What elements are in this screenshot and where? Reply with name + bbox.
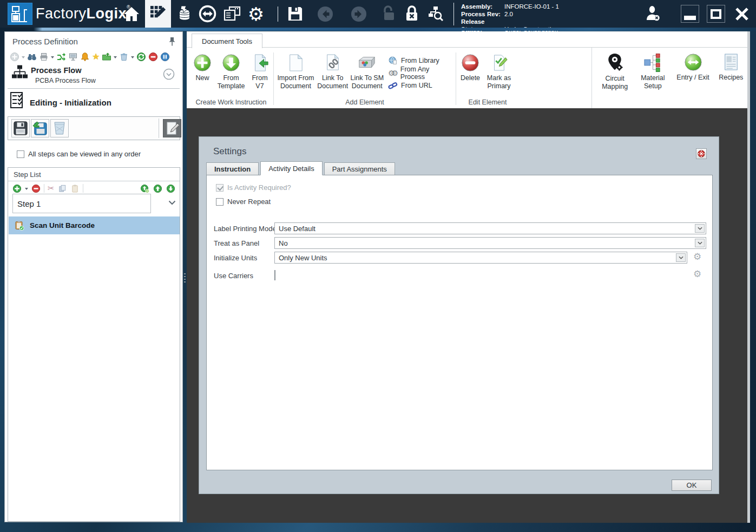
logout-user-button[interactable] xyxy=(642,0,665,28)
minimize-button[interactable] xyxy=(681,5,699,23)
presentation-button[interactable] xyxy=(68,52,78,62)
unlock-button[interactable] xyxy=(378,0,400,28)
remove-circle-icon xyxy=(31,184,41,193)
link-to-document-button[interactable]: Link To Document xyxy=(316,52,350,90)
never-repeat-checkbox[interactable] xyxy=(216,198,223,206)
add-step-caret[interactable] xyxy=(25,188,28,192)
move-down-button[interactable] xyxy=(166,184,175,193)
label-printing-mode-combo[interactable]: Use Default xyxy=(274,222,706,234)
documents-button[interactable] xyxy=(221,0,244,28)
step-selector-chevron[interactable] xyxy=(168,200,176,205)
combo-chevron-icon[interactable] xyxy=(695,224,705,233)
recipes-button[interactable]: Recipes xyxy=(717,52,745,108)
suspend-button[interactable] xyxy=(160,52,170,62)
treat-as-panel-combo[interactable]: No xyxy=(274,237,706,249)
production-button[interactable] xyxy=(173,0,196,28)
print-dropdown-caret[interactable] xyxy=(51,56,54,60)
ribbon-right-panel: Circuit Mapping Material Setup Entry / E… xyxy=(591,48,747,108)
entry-exit-button[interactable]: Entry / Exit xyxy=(675,52,712,108)
dialog-close-button[interactable] xyxy=(696,148,707,159)
import-from-document-button[interactable]: Import From Document xyxy=(275,52,316,90)
initialize-units-gear-button[interactable]: ⚙ xyxy=(693,252,701,261)
export-button[interactable] xyxy=(102,52,111,62)
divider xyxy=(8,181,180,181)
mark-as-primary-button[interactable]: Mark as Primary xyxy=(483,52,515,90)
use-carriers-gear-button[interactable]: ⚙ xyxy=(693,270,701,279)
combo-chevron-icon[interactable] xyxy=(676,253,686,262)
export-dropdown-caret[interactable] xyxy=(114,56,117,60)
refresh-button[interactable] xyxy=(136,52,146,62)
edit-document-button[interactable] xyxy=(163,119,181,137)
material-setup-button[interactable]: Material Setup xyxy=(636,52,669,108)
right-edge-strip xyxy=(747,31,750,523)
add-step-button[interactable] xyxy=(12,184,22,193)
tab-part-assignments[interactable]: Part Assignments xyxy=(324,162,395,175)
remove-step-button[interactable] xyxy=(31,184,41,193)
paste-button[interactable] xyxy=(70,184,80,193)
lock-button[interactable] xyxy=(400,0,423,28)
transfer-button[interactable] xyxy=(196,0,219,28)
documents-icon xyxy=(223,5,241,23)
dialog-title: Settings xyxy=(213,146,246,157)
process-definition-button[interactable] xyxy=(145,0,171,28)
settings-button[interactable]: ⚙ xyxy=(245,0,267,28)
add-button[interactable] xyxy=(10,52,19,62)
delete-element-button[interactable]: Delete xyxy=(458,52,483,82)
tab-instruction[interactable]: Instruction xyxy=(206,162,259,175)
back-button[interactable] xyxy=(314,0,337,28)
any-order-checkbox[interactable] xyxy=(17,150,24,158)
from-url-button[interactable]: From URL xyxy=(388,81,452,90)
print-button[interactable] xyxy=(39,52,49,62)
save-step-button[interactable] xyxy=(11,119,30,137)
add-dropdown-caret[interactable] xyxy=(22,56,25,60)
circuit-mapping-button[interactable]: Circuit Mapping xyxy=(599,52,631,108)
panel-splitter[interactable] xyxy=(183,31,187,522)
sync-button[interactable] xyxy=(56,52,66,62)
forward-button[interactable] xyxy=(347,0,370,28)
group-edit-element: Delete Mark as Primary Edit Element xyxy=(458,50,517,107)
close-button[interactable] xyxy=(732,5,752,23)
highlight-star-icon[interactable]: ★ xyxy=(92,52,100,61)
step-list-title: Step List xyxy=(14,170,41,179)
copy-icon xyxy=(58,184,67,193)
discard-button[interactable] xyxy=(50,119,69,137)
remove-button[interactable] xyxy=(148,52,158,62)
cut-icon[interactable]: ✂ xyxy=(48,185,55,193)
ok-button[interactable]: OK xyxy=(672,480,712,491)
from-library-button[interactable]: From Library xyxy=(388,56,452,65)
pin-button[interactable] xyxy=(167,36,177,47)
tab-activity-details[interactable]: Activity Details xyxy=(260,161,323,175)
process-trace-button[interactable] xyxy=(424,0,447,28)
assembly-value: INFORCE-IO-01 - 1 xyxy=(504,3,559,10)
renumber-steps-button[interactable] xyxy=(140,184,149,193)
transfer-icon xyxy=(199,5,216,23)
chevron-down-circle-icon xyxy=(163,68,175,80)
maximize-button[interactable] xyxy=(707,5,725,23)
from-template-button[interactable]: From Template xyxy=(214,52,248,90)
save-button[interactable] xyxy=(284,0,306,28)
flowchart-search-icon xyxy=(427,5,444,23)
activity-item-selected[interactable]: Scan Unit Barcode xyxy=(9,216,180,234)
step-selector[interactable]: Step 1 xyxy=(12,194,151,213)
initialize-units-combo[interactable]: Only New Units xyxy=(274,252,687,264)
is-activity-required-row: Is Activity Required? xyxy=(216,183,291,192)
use-carriers-checkbox[interactable] xyxy=(274,270,275,280)
tab-document-tools[interactable]: Document Tools xyxy=(192,34,262,48)
collapse-button[interactable] xyxy=(163,68,175,80)
find-button[interactable] xyxy=(27,52,37,62)
copy-button[interactable] xyxy=(58,184,67,193)
process-flow-subtitle[interactable]: PCBA Process Flow xyxy=(35,77,96,84)
home-button[interactable] xyxy=(120,0,143,28)
new-button[interactable]: New xyxy=(190,52,214,82)
from-v7-button[interactable]: From V7 xyxy=(248,52,272,90)
link-to-sm-document-button[interactable]: Link To SM Document xyxy=(350,52,385,90)
move-up-button[interactable] xyxy=(153,184,162,193)
delete-dropdown-caret[interactable] xyxy=(131,56,134,60)
combo-chevron-icon[interactable] xyxy=(695,239,705,247)
save-as-button[interactable] xyxy=(31,119,49,137)
delete-button[interactable] xyxy=(119,52,129,62)
alert-button[interactable] xyxy=(80,52,90,62)
process-definition-icon xyxy=(149,5,167,23)
recipes-document-icon xyxy=(723,53,739,71)
from-any-process-button[interactable]: ⚙⚙ From Any Process xyxy=(388,68,452,77)
